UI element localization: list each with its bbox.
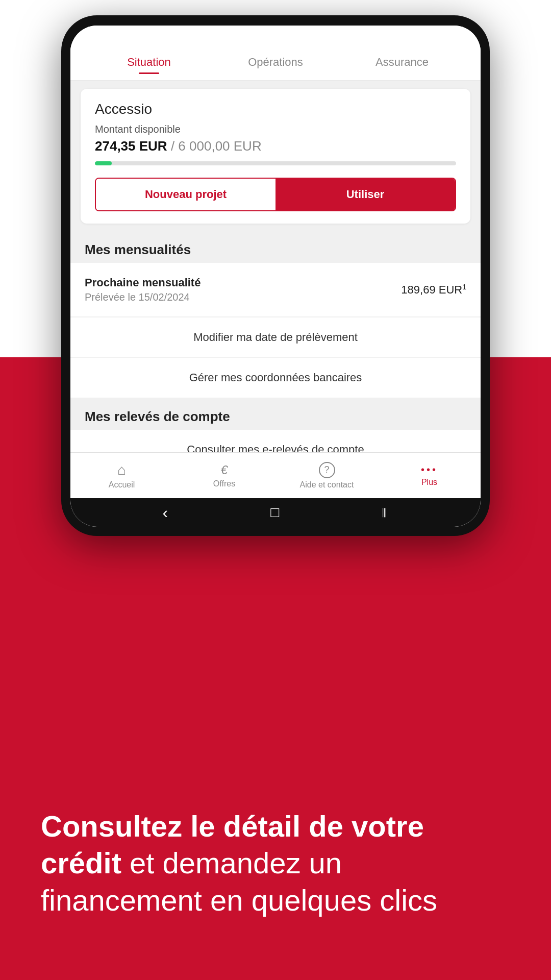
tab-bar: Situation Opérations Assurance	[70, 44, 481, 81]
credit-card: Accessio Montant disponible 274,35 EUR /…	[81, 89, 470, 224]
tab-operations[interactable]: Opérations	[212, 51, 339, 74]
home-button[interactable]: □	[270, 504, 279, 521]
back-button[interactable]: ‹	[163, 503, 168, 522]
aide-icon: ?	[319, 462, 335, 478]
status-bar	[70, 26, 481, 44]
nav-plus[interactable]: ••• Plus	[378, 460, 481, 491]
nav-accueil-label: Accueil	[109, 480, 135, 489]
nouveau-projet-button[interactable]: Nouveau projet	[96, 179, 276, 210]
prochaine-mensualite-date: Prélevée le 15/02/2024	[85, 291, 201, 303]
content-scroll: Accessio Montant disponible 274,35 EUR /…	[70, 81, 481, 452]
nav-aide-label: Aide et contact	[300, 480, 354, 489]
nav-aide[interactable]: ? Aide et contact	[276, 458, 378, 494]
android-nav: ‹ □ ⦀	[70, 498, 481, 527]
utiliser-button[interactable]: Utiliser	[276, 179, 455, 210]
prochaine-mensualite-item[interactable]: Prochaine mensualité Prélevée le 15/02/2…	[70, 263, 481, 316]
mensualites-section-header: Mes mensualités	[70, 232, 481, 263]
home-icon: ⌂	[117, 462, 126, 478]
marketing-section: Consultez le détail de votre crédit et d…	[0, 536, 551, 980]
nav-offres[interactable]: € Offres	[173, 459, 276, 493]
phone-screen: Situation Opérations Assurance Accessio …	[70, 26, 481, 527]
card-buttons: Nouveau projet Utiliser	[95, 178, 456, 211]
nav-plus-label: Plus	[421, 478, 437, 487]
releves-section-header: Mes relevés de compte	[70, 399, 481, 430]
gerer-coordonnees-action[interactable]: Gérer mes coordonnées bancaires	[70, 358, 481, 398]
prochaine-mensualite-info: Prochaine mensualité Prélevée le 15/02/2…	[85, 276, 201, 303]
phone-shell: Situation Opérations Assurance Accessio …	[61, 15, 490, 536]
modifier-date-action[interactable]: Modifier ma date de prélèvement	[70, 317, 481, 358]
consulter-releves-action[interactable]: Consulter mes e-relevés de compte	[70, 430, 481, 452]
mensualites-list: Prochaine mensualité Prélevée le 15/02/2…	[70, 263, 481, 316]
progress-bar	[95, 161, 456, 165]
montant-value: 274,35 EUR / 6 000,00 EUR	[95, 138, 456, 154]
screen-content: Situation Opérations Assurance Accessio …	[70, 44, 481, 498]
prochaine-mensualite-label: Prochaine mensualité	[85, 276, 201, 289]
plus-icon: •••	[421, 464, 438, 476]
releves-section: Consulter mes e-relevés de compte	[70, 430, 481, 452]
nav-accueil[interactable]: ⌂ Accueil	[70, 458, 173, 494]
nav-offres-label: Offres	[213, 479, 235, 488]
recent-button[interactable]: ⦀	[382, 505, 388, 521]
actions-section: Modifier ma date de prélèvement Gérer me…	[70, 317, 481, 398]
offres-icon: €	[221, 463, 228, 477]
tab-assurance[interactable]: Assurance	[339, 51, 465, 74]
montant-total: / 6 000,00 EUR	[171, 138, 262, 154]
credit-title: Accessio	[95, 101, 456, 117]
marketing-text: Consultez le détail de votre crédit et d…	[41, 808, 510, 919]
bottom-nav: ⌂ Accueil € Offres ? Aide et contact •••…	[70, 452, 481, 498]
prochaine-mensualite-amount: 189,69 EUR1	[401, 283, 466, 297]
tab-situation[interactable]: Situation	[86, 51, 212, 74]
montant-used: 274,35 EUR	[95, 138, 167, 154]
progress-fill	[95, 161, 112, 165]
montant-label: Montant disponible	[95, 124, 456, 135]
